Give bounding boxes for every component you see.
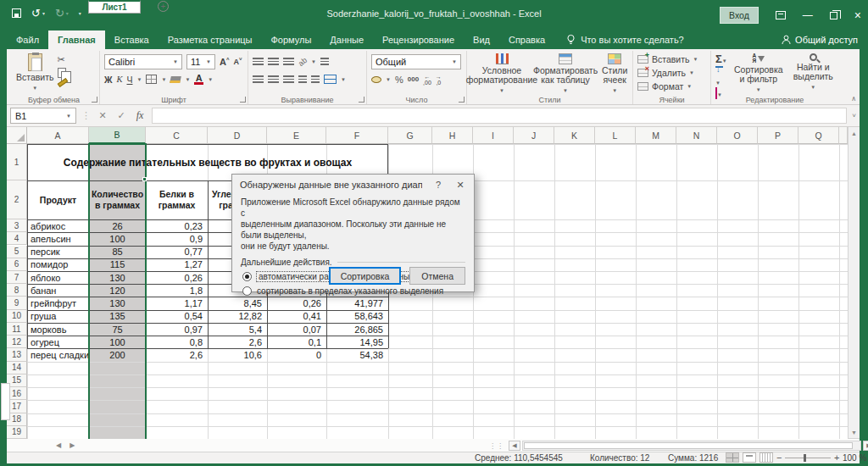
prev-sheet-icon[interactable]: ◀ — [56, 441, 61, 449]
cell-r9c2[interactable]: 130 — [89, 297, 146, 309]
alignment-dialog-launcher[interactable] — [359, 97, 364, 103]
cancel-entry-icon[interactable]: ✕ — [96, 110, 109, 121]
horizontal-scroll-thumb[interactable] — [524, 442, 853, 449]
cell-r9c3[interactable]: 1,17 — [146, 297, 208, 309]
row-header-12[interactable]: 12 — [7, 336, 27, 348]
select-all-corner[interactable] — [7, 127, 27, 144]
cell-r4c3[interactable]: 0,9 — [146, 232, 208, 245]
tab-Вставка[interactable]: Вставка — [105, 31, 159, 49]
conditional-formatting-button[interactable]: Условное форматирование▼ — [471, 53, 532, 97]
column-header-L[interactable]: L — [595, 127, 636, 144]
column-header-B[interactable]: B — [89, 127, 146, 144]
cell-r9c1[interactable]: грейпфрут — [27, 297, 89, 309]
tab-Файл[interactable]: Файл — [7, 31, 48, 49]
cell-r12c4[interactable]: 2,6 — [208, 336, 267, 348]
shrink-font-icon[interactable]: А˅ — [233, 57, 242, 66]
column-header-A[interactable]: A — [27, 127, 89, 144]
cell-r11c3[interactable]: 0,97 — [146, 323, 208, 336]
cell-r6c2[interactable]: 115 — [89, 258, 146, 271]
cell-r13c4[interactable]: 10,6 — [208, 348, 267, 361]
column-header-O[interactable]: O — [717, 127, 758, 144]
merge-center-icon[interactable] — [324, 75, 337, 84]
tab-Разметка страницы[interactable]: Разметка страницы — [159, 31, 262, 49]
cell-r13c1[interactable]: перец сладкий — [27, 348, 89, 361]
tab-Вид[interactable]: Вид — [464, 31, 499, 49]
align-left-icon[interactable] — [253, 75, 264, 83]
row-header-3[interactable]: 3 — [7, 219, 27, 232]
column-header-F[interactable]: F — [326, 127, 388, 144]
fill-color-icon[interactable] — [170, 76, 182, 83]
cell-r7c3[interactable]: 0,26 — [146, 271, 208, 284]
tell-me-box[interactable]: Что вы хотите сделать? — [566, 31, 684, 49]
row-header-8[interactable]: 8 — [7, 284, 27, 297]
cell-r5c1[interactable]: персик — [27, 246, 89, 258]
zoom-in-icon[interactable]: + — [834, 452, 839, 463]
zoom-slider-thumb[interactable] — [804, 454, 806, 462]
cell-r8c2[interactable]: 120 — [89, 284, 146, 297]
increase-indent-icon[interactable] — [311, 75, 320, 83]
cell-r11c6[interactable]: 26,865 — [326, 323, 388, 336]
column-header-P[interactable]: P — [758, 127, 798, 144]
tab-Данные[interactable]: Данные — [320, 31, 373, 49]
row-header-13[interactable]: 13 — [7, 348, 27, 361]
cell-r3c3[interactable]: 0,23 — [146, 219, 208, 232]
format-as-table-button[interactable]: Форматировать как таблицу▼ — [532, 53, 598, 97]
cell-r4c2[interactable]: 100 — [89, 232, 146, 245]
column-header-Q[interactable]: Q — [798, 127, 839, 144]
restore-button[interactable] — [830, 12, 837, 19]
format-painter-icon[interactable] — [57, 78, 68, 87]
cell-r10c1[interactable]: груша — [27, 310, 89, 323]
cell-r13c2[interactable]: 200 — [89, 348, 146, 361]
cell-r12c6[interactable]: 14,95 — [326, 336, 388, 348]
format-cells-button[interactable]: Формат▼ — [637, 80, 706, 93]
column-header-partial[interactable] — [839, 127, 848, 144]
cell-r10c6[interactable]: 58,643 — [326, 310, 388, 323]
orientation-icon[interactable]: ab — [297, 55, 309, 67]
table-header-cell[interactable]: Количество в граммах — [89, 180, 146, 219]
font-size-combo[interactable]: 11▼ — [186, 54, 215, 69]
sheet-tab-list1[interactable]: Лист1 — [88, 0, 141, 14]
column-header-C[interactable]: C — [146, 127, 208, 144]
name-box[interactable]: B1▼ — [10, 108, 76, 124]
column-header-J[interactable]: J — [514, 127, 554, 144]
delete-cells-button[interactable]: Удалить▼ — [637, 66, 706, 80]
row-header-19[interactable]: 19 — [7, 426, 27, 439]
row-header-6[interactable]: 6 — [7, 258, 27, 271]
confirm-entry-icon[interactable]: ✓ — [114, 110, 128, 121]
sort-filter-button[interactable]: АЯ Сортировка и фильтр▼ — [732, 53, 785, 98]
decrease-decimal-icon[interactable]: →,0 — [436, 74, 442, 86]
number-dialog-launcher[interactable] — [459, 97, 465, 103]
cell-r10c3[interactable]: 0,54 — [146, 310, 208, 323]
comma-style-icon[interactable]: 000 — [408, 75, 419, 83]
cell-r8c3[interactable]: 1,8 — [146, 284, 208, 297]
italic-button[interactable]: К — [117, 75, 123, 84]
decrease-indent-icon[interactable] — [298, 75, 307, 83]
copy-icon[interactable] — [58, 68, 66, 78]
tab-Рецензирование[interactable]: Рецензирование — [373, 31, 464, 49]
page-break-view-icon[interactable] — [760, 452, 773, 463]
align-top-icon[interactable] — [253, 58, 264, 65]
borders-icon[interactable] — [146, 75, 157, 84]
column-header-G[interactable]: G — [388, 127, 432, 144]
column-header-E[interactable]: E — [267, 127, 326, 144]
row-header-11[interactable]: 11 — [7, 323, 27, 336]
font-color-icon[interactable]: А — [194, 74, 203, 85]
vertical-scrollbar[interactable]: ▲ ▼ — [848, 127, 860, 439]
scroll-right-icon[interactable]: ▶ — [863, 441, 868, 451]
share-button[interactable]: Общий доступ — [782, 31, 858, 49]
cell-r11c4[interactable]: 5,4 — [208, 323, 267, 336]
cell-r7c1[interactable]: яблоко — [27, 271, 89, 284]
autosum-button[interactable]: Σ▼ — [715, 53, 727, 64]
cell-styles-button[interactable]: Стили ячеек▼ — [598, 53, 631, 97]
paste-button[interactable]: Вставить▼ — [13, 53, 58, 94]
cut-icon[interactable]: ✂ — [58, 54, 68, 65]
zoom-slider-track[interactable] — [785, 458, 831, 458]
expand-formula-bar-icon[interactable]: ˅ — [852, 112, 856, 119]
collapse-ribbon-icon[interactable]: ∧ — [851, 95, 856, 103]
formula-input[interactable] — [152, 108, 847, 124]
font-name-combo[interactable]: Calibri▼ — [104, 54, 182, 69]
clipboard-dialog-launcher[interactable] — [92, 97, 97, 103]
align-bottom-icon[interactable] — [283, 58, 294, 65]
row-header-4[interactable]: 4 — [7, 232, 27, 245]
cell-r5c3[interactable]: 0,77 — [146, 246, 208, 258]
